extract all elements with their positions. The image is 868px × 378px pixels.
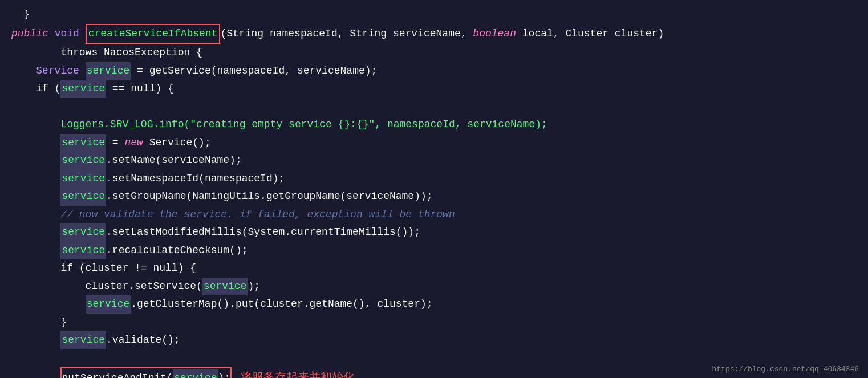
code-text: .getClusterMap().put(cluster.getName(), … bbox=[131, 295, 432, 314]
code-line-0: } bbox=[11, 6, 857, 24]
var-service: service bbox=[60, 152, 106, 170]
code-container: } public void createServiceIfAbsent (Str… bbox=[0, 0, 868, 378]
code-text bbox=[11, 223, 60, 242]
code-text: == null) { bbox=[106, 80, 174, 98]
annotation-chinese: 将服务存起来并初始化 bbox=[241, 367, 355, 378]
code-text bbox=[11, 62, 36, 80]
code-text bbox=[11, 369, 60, 378]
code-line-5 bbox=[11, 98, 857, 116]
var-service: service bbox=[60, 134, 106, 152]
code-text bbox=[11, 331, 60, 349]
code-text: Loggers.SRV_LOG.info("creating empty ser… bbox=[11, 116, 547, 134]
var-service: service bbox=[86, 295, 131, 314]
code-text: Service(); bbox=[143, 134, 211, 152]
code-line-1: public void createServiceIfAbsent (Strin… bbox=[11, 24, 857, 44]
var-service: service bbox=[173, 369, 218, 378]
code-line-7: service = new Service(); bbox=[11, 134, 857, 152]
code-line-9: service .setNamespaceId(namespaceId); bbox=[11, 170, 857, 188]
code-text: .recalculateChecksum(); bbox=[106, 242, 248, 260]
code-text: if ( bbox=[11, 80, 60, 98]
code-text: local, Cluster cluster) bbox=[516, 25, 664, 43]
var-service: service bbox=[60, 170, 106, 188]
code-text: .setLastModifiedMillis(System.currentTim… bbox=[106, 223, 420, 242]
code-text bbox=[11, 188, 60, 206]
code-text: if (cluster != null) { bbox=[11, 259, 196, 278]
code-line-6: Loggers.SRV_LOG.info("creating empty ser… bbox=[11, 116, 857, 134]
code-text: putServiceAndInit( bbox=[62, 369, 172, 378]
keyword-void: void bbox=[55, 25, 86, 43]
code-line-4: if ( service == null) { bbox=[11, 80, 857, 98]
var-service: service bbox=[202, 278, 248, 296]
code-text: throws NacosException { bbox=[11, 44, 202, 62]
method-name-highlight: createServiceIfAbsent bbox=[86, 24, 221, 44]
code-text: cluster.setService( bbox=[11, 278, 202, 296]
code-line-16: service .getClusterMap().put(cluster.get… bbox=[11, 295, 857, 314]
highlighted-call-box: putServiceAndInit( service ); bbox=[60, 367, 232, 378]
code-text bbox=[11, 170, 60, 188]
code-line-18: service .validate(); bbox=[11, 331, 857, 349]
code-text bbox=[11, 152, 60, 170]
var-service: service bbox=[86, 62, 131, 80]
code-line-8: service .setName(serviceName); bbox=[11, 152, 857, 170]
code-text bbox=[11, 134, 60, 152]
code-text bbox=[11, 242, 60, 260]
url-watermark: https://blog.csdn.net/qq_40634846 bbox=[712, 365, 859, 373]
code-text: .setGroupName(NamingUtils.getGroupName(s… bbox=[106, 188, 433, 206]
code-text: } bbox=[11, 6, 30, 24]
code-line-15: cluster.setService( service ); bbox=[11, 278, 857, 296]
code-comment: // now validate the service. if failed, … bbox=[11, 206, 455, 224]
code-text: .validate(); bbox=[106, 331, 180, 349]
code-text: ); bbox=[218, 369, 230, 378]
var-service: service bbox=[60, 80, 106, 98]
code-text bbox=[11, 295, 86, 314]
code-text: } bbox=[11, 314, 67, 332]
var-service: service bbox=[60, 188, 106, 206]
code-line-12: service .setLastModifiedMillis(System.cu… bbox=[11, 223, 857, 242]
var-service: service bbox=[60, 331, 106, 349]
code-line-10: service .setGroupName(NamingUtils.getGro… bbox=[11, 188, 857, 206]
keyword-new: new bbox=[124, 134, 143, 152]
var-service: service bbox=[60, 223, 106, 242]
code-line-3: Service service = getService(namespaceId… bbox=[11, 62, 857, 80]
code-line-11: // now validate the service. if failed, … bbox=[11, 206, 857, 224]
code-text: = bbox=[106, 134, 124, 152]
code-line-14: if (cluster != null) { bbox=[11, 259, 857, 278]
var-service: service bbox=[60, 242, 106, 260]
keyword-public: public bbox=[11, 25, 55, 43]
code-line-2: throws NacosException { bbox=[11, 44, 857, 62]
keyword-boolean: boolean bbox=[473, 25, 516, 43]
code-text: .setName(serviceName); bbox=[106, 152, 242, 170]
code-text: (String namespaceId, String serviceName, bbox=[220, 25, 473, 43]
code-text: = getService(namespaceId, serviceName); bbox=[131, 62, 377, 80]
code-text: ); bbox=[248, 278, 260, 296]
type-service: Service bbox=[36, 62, 85, 80]
code-line-17: } bbox=[11, 314, 857, 332]
code-line-13: service .recalculateChecksum(); bbox=[11, 242, 857, 260]
code-text: .setNamespaceId(namespaceId); bbox=[106, 170, 285, 188]
